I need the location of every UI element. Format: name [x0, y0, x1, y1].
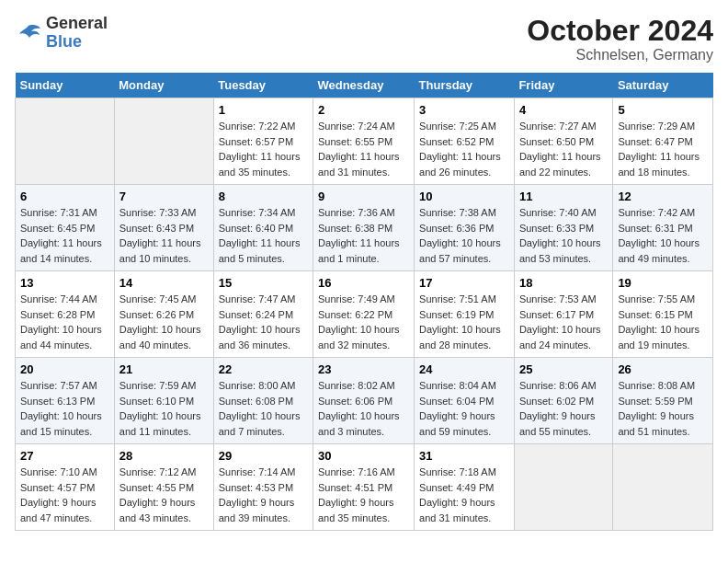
calendar-cell: 19 Sunrise: 7:55 AMSunset: 6:15 PMDaylig… — [613, 271, 713, 358]
calendar-cell: 29 Sunrise: 7:14 AMSunset: 4:53 PMDaylig… — [213, 444, 313, 531]
day-info: Sunrise: 8:04 AMSunset: 6:04 PMDaylight:… — [419, 380, 496, 437]
day-info: Sunrise: 7:33 AMSunset: 6:43 PMDaylight:… — [119, 207, 201, 264]
calendar-cell: 11 Sunrise: 7:40 AMSunset: 6:33 PMDaylig… — [514, 185, 612, 271]
calendar-cell: 21 Sunrise: 7:59 AMSunset: 6:10 PMDaylig… — [114, 358, 213, 444]
calendar-cell: 15 Sunrise: 7:47 AMSunset: 6:24 PMDaylig… — [213, 271, 313, 358]
calendar-table: SundayMondayTuesdayWednesdayThursdayFrid… — [15, 73, 713, 531]
day-number: 11 — [519, 190, 608, 203]
logo-text: General Blue — [46, 15, 108, 52]
weekday-header-friday: Friday — [514, 73, 612, 98]
page-title: October 2024 — [527, 15, 713, 47]
calendar-cell: 25 Sunrise: 8:06 AMSunset: 6:02 PMDaylig… — [514, 358, 612, 444]
day-number: 23 — [318, 362, 409, 376]
calendar-cell: 20 Sunrise: 7:57 AMSunset: 6:13 PMDaylig… — [16, 358, 115, 444]
calendar-week-row: 20 Sunrise: 7:57 AMSunset: 6:13 PMDaylig… — [16, 358, 713, 444]
day-number: 13 — [20, 276, 109, 290]
day-info: Sunrise: 7:16 AMSunset: 4:51 PMDaylight:… — [318, 466, 395, 523]
calendar-cell: 26 Sunrise: 8:08 AMSunset: 5:59 PMDaylig… — [613, 358, 713, 444]
calendar-cell: 12 Sunrise: 7:42 AMSunset: 6:31 PMDaylig… — [613, 185, 713, 271]
calendar-cell: 14 Sunrise: 7:45 AMSunset: 6:26 PMDaylig… — [114, 271, 213, 358]
calendar-week-row: 6 Sunrise: 7:31 AMSunset: 6:45 PMDayligh… — [16, 185, 713, 271]
calendar-cell: 7 Sunrise: 7:33 AMSunset: 6:43 PMDayligh… — [114, 185, 213, 271]
day-number: 14 — [119, 276, 209, 290]
day-info: Sunrise: 7:47 AMSunset: 6:24 PMDaylight:… — [219, 293, 301, 350]
page-header: General Blue October 2024 Schnelsen, Ger… — [15, 15, 713, 63]
calendar-cell: 10 Sunrise: 7:38 AMSunset: 6:36 PMDaylig… — [415, 185, 515, 271]
day-info: Sunrise: 7:40 AMSunset: 6:33 PMDaylight:… — [519, 207, 601, 264]
day-number: 10 — [419, 190, 509, 203]
day-number: 8 — [219, 190, 308, 203]
day-info: Sunrise: 7:18 AMSunset: 4:49 PMDaylight:… — [419, 466, 496, 523]
day-info: Sunrise: 7:49 AMSunset: 6:22 PMDaylight:… — [318, 293, 400, 350]
day-number: 29 — [219, 449, 308, 463]
day-info: Sunrise: 7:22 AMSunset: 6:57 PMDaylight:… — [219, 121, 301, 178]
logo-bird-icon — [15, 22, 42, 44]
day-info: Sunrise: 7:42 AMSunset: 6:31 PMDaylight:… — [618, 207, 700, 264]
day-info: Sunrise: 7:36 AMSunset: 6:38 PMDaylight:… — [318, 207, 400, 264]
day-info: Sunrise: 7:31 AMSunset: 6:45 PMDaylight:… — [20, 207, 102, 264]
weekday-header-wednesday: Wednesday — [313, 73, 414, 98]
day-info: Sunrise: 7:12 AMSunset: 4:55 PMDaylight:… — [119, 466, 197, 523]
calendar-cell: 3 Sunrise: 7:25 AMSunset: 6:52 PMDayligh… — [415, 98, 515, 185]
calendar-cell: 13 Sunrise: 7:44 AMSunset: 6:28 PMDaylig… — [16, 271, 115, 358]
day-info: Sunrise: 8:00 AMSunset: 6:08 PMDaylight:… — [219, 380, 301, 437]
day-number: 30 — [318, 449, 409, 463]
weekday-header-monday: Monday — [114, 73, 213, 98]
day-number: 1 — [219, 103, 308, 117]
calendar-cell: 17 Sunrise: 7:51 AMSunset: 6:19 PMDaylig… — [415, 271, 515, 358]
calendar-week-row: 13 Sunrise: 7:44 AMSunset: 6:28 PMDaylig… — [16, 271, 713, 358]
day-number: 26 — [618, 362, 708, 376]
day-info: Sunrise: 7:51 AMSunset: 6:19 PMDaylight:… — [419, 293, 501, 350]
day-number: 6 — [20, 190, 109, 203]
day-number: 28 — [119, 449, 209, 463]
day-number: 5 — [618, 103, 708, 117]
day-number: 2 — [318, 103, 409, 117]
page-subtitle: Schnelsen, Germany — [527, 47, 713, 63]
calendar-cell — [16, 98, 115, 185]
day-number: 18 — [519, 276, 608, 290]
day-number: 20 — [20, 362, 109, 376]
day-number: 31 — [419, 449, 509, 463]
calendar-cell — [114, 98, 213, 185]
calendar-cell — [514, 444, 612, 531]
calendar-body: 1 Sunrise: 7:22 AMSunset: 6:57 PMDayligh… — [16, 98, 713, 531]
calendar-week-row: 1 Sunrise: 7:22 AMSunset: 6:57 PMDayligh… — [16, 98, 713, 185]
day-info: Sunrise: 7:25 AMSunset: 6:52 PMDaylight:… — [419, 121, 501, 178]
calendar-cell: 28 Sunrise: 7:12 AMSunset: 4:55 PMDaylig… — [114, 444, 213, 531]
logo-line1: General — [46, 15, 108, 33]
calendar-cell: 4 Sunrise: 7:27 AMSunset: 6:50 PMDayligh… — [514, 98, 612, 185]
weekday-header-sunday: Sunday — [16, 73, 115, 98]
day-number: 16 — [318, 276, 409, 290]
calendar-cell: 1 Sunrise: 7:22 AMSunset: 6:57 PMDayligh… — [213, 98, 313, 185]
calendar-header-row: SundayMondayTuesdayWednesdayThursdayFrid… — [16, 73, 713, 98]
day-info: Sunrise: 7:44 AMSunset: 6:28 PMDaylight:… — [20, 293, 102, 350]
calendar-cell: 31 Sunrise: 7:18 AMSunset: 4:49 PMDaylig… — [415, 444, 515, 531]
day-number: 15 — [219, 276, 308, 290]
logo: General Blue — [15, 15, 108, 52]
day-number: 17 — [419, 276, 509, 290]
day-info: Sunrise: 7:59 AMSunset: 6:10 PMDaylight:… — [119, 380, 201, 437]
day-info: Sunrise: 7:34 AMSunset: 6:40 PMDaylight:… — [219, 207, 301, 264]
calendar-cell: 30 Sunrise: 7:16 AMSunset: 4:51 PMDaylig… — [313, 444, 414, 531]
day-info: Sunrise: 7:57 AMSunset: 6:13 PMDaylight:… — [20, 380, 102, 437]
title-block: October 2024 Schnelsen, Germany — [527, 15, 713, 63]
day-info: Sunrise: 7:27 AMSunset: 6:50 PMDaylight:… — [519, 121, 601, 178]
calendar-cell: 16 Sunrise: 7:49 AMSunset: 6:22 PMDaylig… — [313, 271, 414, 358]
day-info: Sunrise: 7:24 AMSunset: 6:55 PMDaylight:… — [318, 121, 400, 178]
day-info: Sunrise: 7:45 AMSunset: 6:26 PMDaylight:… — [119, 293, 201, 350]
day-number: 7 — [119, 190, 209, 203]
calendar-cell: 27 Sunrise: 7:10 AMSunset: 4:57 PMDaylig… — [16, 444, 115, 531]
calendar-cell: 8 Sunrise: 7:34 AMSunset: 6:40 PMDayligh… — [213, 185, 313, 271]
calendar-cell: 6 Sunrise: 7:31 AMSunset: 6:45 PMDayligh… — [16, 185, 115, 271]
calendar-week-row: 27 Sunrise: 7:10 AMSunset: 4:57 PMDaylig… — [16, 444, 713, 531]
day-number: 3 — [419, 103, 509, 117]
day-number: 12 — [618, 190, 708, 203]
day-info: Sunrise: 7:53 AMSunset: 6:17 PMDaylight:… — [519, 293, 601, 350]
calendar-cell — [613, 444, 713, 531]
day-info: Sunrise: 8:08 AMSunset: 5:59 PMDaylight:… — [618, 380, 695, 437]
calendar-cell: 23 Sunrise: 8:02 AMSunset: 6:06 PMDaylig… — [313, 358, 414, 444]
day-number: 22 — [219, 362, 308, 376]
day-info: Sunrise: 7:38 AMSunset: 6:36 PMDaylight:… — [419, 207, 501, 264]
day-info: Sunrise: 7:10 AMSunset: 4:57 PMDaylight:… — [20, 466, 97, 523]
day-info: Sunrise: 7:29 AMSunset: 6:47 PMDaylight:… — [618, 121, 700, 178]
